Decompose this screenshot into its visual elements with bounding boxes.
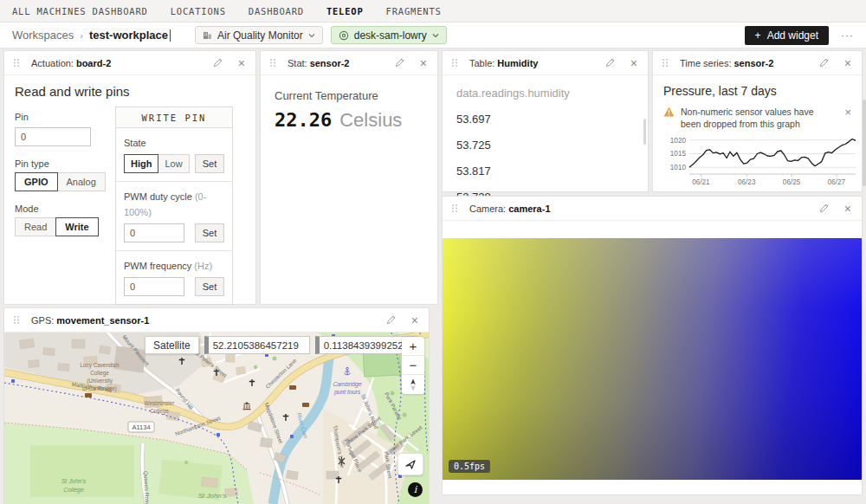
pin-input[interactable] xyxy=(15,127,91,146)
warning-icon xyxy=(663,107,675,117)
pwm-duty-label: PWM duty cycle (0-100%) xyxy=(124,191,206,217)
close-widget-button[interactable]: × xyxy=(238,57,245,69)
top-nav: ALL MACHINES DASHBOARD LOCATIONS DASHBOA… xyxy=(0,0,866,23)
map-attribution-button[interactable]: i xyxy=(408,482,423,497)
set-pwm-duty-button[interactable]: Set xyxy=(195,223,224,242)
pin-type-segmented: GPIO Analog xyxy=(15,172,112,191)
table-row: 53.725 xyxy=(456,139,634,152)
state-label: State xyxy=(124,138,146,148)
workspace-toolbar: Workspaces › test-workplace Air Quality … xyxy=(0,23,866,48)
workspace-name-field[interactable]: test-workplace xyxy=(89,29,168,42)
edit-widget-button[interactable] xyxy=(212,57,223,68)
warning-text: Non-numeric sensor values have been drop… xyxy=(681,106,826,130)
mode-write-button[interactable]: Write xyxy=(55,217,98,236)
edit-widget-button[interactable] xyxy=(394,57,405,68)
pwm-duty-input[interactable] xyxy=(124,223,184,242)
drag-handle-icon[interactable] xyxy=(269,58,276,68)
page-scrollbar[interactable] xyxy=(863,100,866,186)
map-label: College xyxy=(90,370,109,377)
text-cursor xyxy=(170,29,171,42)
widget-title: GPS:movement_sensor-1 xyxy=(31,315,149,326)
set-state-button[interactable]: Set xyxy=(195,154,224,173)
warning-banner: Non-numeric sensor values have been drop… xyxy=(663,106,851,130)
map-label: of Cambridge) xyxy=(82,385,117,392)
table-row: 53.817 xyxy=(456,165,634,178)
mode-segmented: Read Write xyxy=(15,217,112,236)
navigation-arrow-icon xyxy=(404,457,417,471)
close-widget-button[interactable]: × xyxy=(844,203,851,215)
write-pin-header: WRITE PIN xyxy=(116,107,232,128)
zoom-out-button[interactable]: − xyxy=(402,356,424,375)
svg-text:1015: 1015 xyxy=(670,151,687,158)
map-label: College xyxy=(63,487,84,494)
map-label: St John's xyxy=(61,478,87,484)
svg-text:06/21: 06/21 xyxy=(692,178,710,186)
machine-picker[interactable]: desk-sam-lowry xyxy=(331,26,447,44)
edit-widget-button[interactable] xyxy=(604,57,616,68)
pressure-chart: 10101015102006/2106/2306/2506/27 xyxy=(663,132,858,189)
widget-header: Actuation:board-2 × xyxy=(4,51,255,75)
route-badge: A1134 xyxy=(128,422,154,432)
svg-text:1010: 1010 xyxy=(670,164,687,171)
pin-type-analog-button[interactable]: Analog xyxy=(57,172,106,191)
nav-fragments[interactable]: FRAGMENTS xyxy=(386,6,442,16)
widget-title: Table:Humidity xyxy=(469,58,538,68)
map-label: (University xyxy=(87,378,113,384)
widget-title: Actuation:board-2 xyxy=(31,58,111,68)
set-pwm-frequency-button[interactable]: Set xyxy=(195,277,224,296)
drag-handle-icon[interactable] xyxy=(451,58,458,68)
state-low-button[interactable]: Low xyxy=(158,154,189,173)
zoom-in-button[interactable]: + xyxy=(402,337,424,356)
write-pin-panel: WRITE PIN State High Low Set PWM duty cy… xyxy=(115,107,233,305)
map-canvas[interactable]: A1134 xyxy=(4,333,429,504)
widget-title: Stat:sensor-2 xyxy=(288,58,349,68)
geolocate-button[interactable] xyxy=(397,453,423,475)
add-widget-button[interactable]: + Add widget xyxy=(745,26,829,45)
close-widget-button[interactable]: × xyxy=(844,57,851,69)
nav-teleop[interactable]: TELEOP xyxy=(326,6,364,16)
close-widget-button[interactable]: × xyxy=(630,57,637,69)
nav-all-machines-dashboard[interactable]: ALL MACHINES DASHBOARD xyxy=(12,6,148,16)
map-label: Westminster xyxy=(145,400,175,406)
breadcrumb-separator: › xyxy=(80,30,83,41)
drag-handle-icon[interactable] xyxy=(451,204,458,213)
nav-locations[interactable]: LOCATIONS xyxy=(171,6,226,16)
overflow-menu-button[interactable]: ··· xyxy=(841,29,854,42)
pin-type-gpio-button[interactable]: GPIO xyxy=(15,172,58,191)
camera-widget: Camera:camera-1 × 0.5fps xyxy=(442,196,863,495)
dismiss-warning-button[interactable]: × xyxy=(844,106,851,130)
close-widget-button[interactable]: × xyxy=(420,57,427,69)
drag-handle-icon[interactable] xyxy=(13,58,20,68)
stat-widget: Stat:sensor-2 × Current Temperature 22.2… xyxy=(260,50,438,305)
map-label: College xyxy=(150,408,169,415)
pwm-frequency-input[interactable] xyxy=(124,277,184,296)
satellite-toggle-button[interactable]: Satellite xyxy=(145,336,199,354)
edit-widget-button[interactable] xyxy=(385,314,397,326)
svg-text:06/23: 06/23 xyxy=(738,178,756,186)
table-scrollbar[interactable] xyxy=(643,119,646,145)
table-column-header: data.readings.humidity xyxy=(456,87,634,100)
state-high-button[interactable]: High xyxy=(124,154,158,173)
map-label: Lucy Cavendish xyxy=(81,362,120,369)
svg-text:A1134: A1134 xyxy=(132,423,150,431)
svg-text:06/27: 06/27 xyxy=(828,178,846,186)
map-label: Cambridge xyxy=(333,381,361,388)
latitude-input[interactable] xyxy=(204,336,310,354)
drag-handle-icon[interactable] xyxy=(662,58,669,68)
pwm-frequency-label: PWM frequency (Hz) xyxy=(124,261,212,271)
nav-dashboard[interactable]: DASHBOARD xyxy=(249,6,304,16)
compass-button[interactable] xyxy=(402,375,424,394)
edit-widget-button[interactable] xyxy=(818,203,830,214)
table-widget: Table:Humidity × data.readings.humidity … xyxy=(442,50,649,192)
location-picker[interactable]: Air Quality Monitor xyxy=(195,26,323,44)
mode-read-button[interactable]: Read xyxy=(15,217,56,236)
breadcrumb-workspaces[interactable]: Workspaces xyxy=(12,29,74,42)
camera-feed: 0.5fps xyxy=(443,238,862,480)
edit-widget-button[interactable] xyxy=(818,57,830,68)
map-label: St John's xyxy=(198,492,227,500)
building-icon xyxy=(203,30,212,40)
state-segmented: High Low xyxy=(124,154,190,173)
widget-title: Time series:sensor-2 xyxy=(680,58,773,68)
close-widget-button[interactable]: × xyxy=(411,314,418,326)
drag-handle-icon[interactable] xyxy=(13,315,20,325)
